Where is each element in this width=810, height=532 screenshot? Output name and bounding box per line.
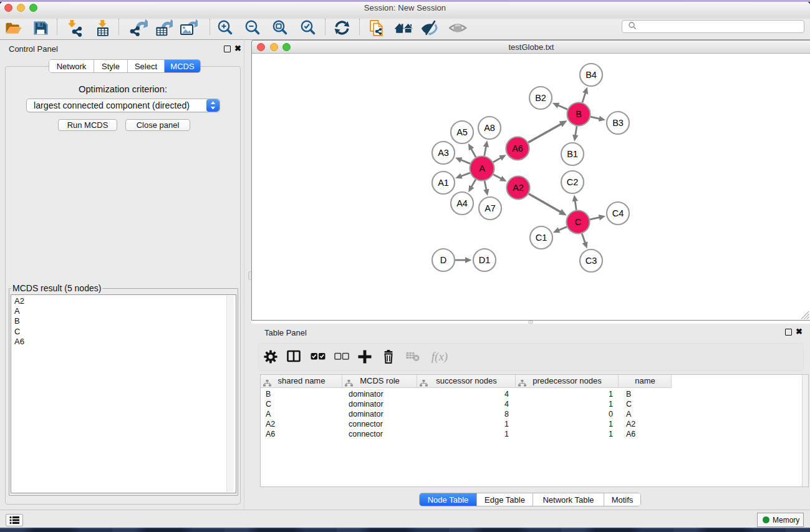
table-cell[interactable]: 8 — [417, 409, 516, 419]
graph-node-B4[interactable]: B4 — [580, 64, 602, 86]
graph-node-A7[interactable]: A7 — [479, 197, 501, 220]
column-header-successor-nodes[interactable]: successor nodes — [417, 375, 516, 387]
open-file-button[interactable] — [3, 18, 23, 37]
deselect-all-button[interactable] — [334, 349, 350, 364]
graph-edge-A-A3[interactable] — [455, 157, 470, 163]
table-cell[interactable]: A2 — [261, 419, 342, 429]
hide-selected-button[interactable] — [420, 18, 440, 37]
graph-node-C1[interactable]: C1 — [530, 226, 552, 249]
table-row-C[interactable]: Cdominator41C — [261, 399, 672, 409]
table-cell[interactable]: 1 — [516, 389, 619, 399]
graph-node-A[interactable]: A — [470, 157, 494, 181]
export-network-button[interactable] — [128, 18, 148, 37]
table-row-A2[interactable]: A2connector11A2 — [261, 419, 672, 429]
graph-edge-A-A5[interactable] — [468, 143, 476, 157]
zoom-out-button[interactable] — [243, 18, 263, 37]
tab-edge-table[interactable]: Edge Table — [477, 493, 533, 506]
graph-node-B2[interactable]: B2 — [529, 87, 552, 109]
table-cell[interactable]: 4 — [417, 399, 516, 409]
mcds-result-item[interactable]: A — [11, 306, 236, 316]
table-row-B[interactable]: Bdominator41B — [261, 389, 672, 399]
graph-edge-A-A6[interactable] — [493, 155, 506, 162]
tab-network[interactable]: Network — [49, 60, 94, 72]
table-cell[interactable]: dominator — [342, 409, 417, 419]
column-header-name[interactable]: name — [619, 375, 672, 387]
table-cell[interactable]: A2 — [619, 419, 672, 429]
zoom-selected-button[interactable] — [298, 18, 318, 37]
table-cell[interactable]: 1 — [516, 419, 619, 429]
table-cell[interactable]: A6 — [261, 429, 342, 439]
add-column-button[interactable] — [357, 349, 374, 364]
table-row-A6[interactable]: A6connector11A6 — [261, 429, 672, 439]
show-all-button[interactable] — [394, 18, 414, 37]
graph-node-C4[interactable]: C4 — [607, 202, 629, 225]
graph-node-A6[interactable]: A6 — [506, 137, 529, 160]
task-history-button[interactable] — [6, 514, 23, 526]
criterion-dropdown[interactable]: largest connected component (directed) — [26, 99, 220, 112]
table-cell[interactable]: 1 — [516, 429, 619, 439]
control-panel-float-button[interactable] — [224, 46, 231, 52]
table-cell[interactable]: A6 — [619, 429, 672, 439]
graph-edge-B-B1[interactable] — [572, 126, 578, 141]
graph-node-B1[interactable]: B1 — [561, 143, 584, 165]
table-cell[interactable]: connector — [342, 429, 417, 439]
graph-node-A3[interactable]: A3 — [432, 142, 455, 164]
table-cell[interactable]: 0 — [516, 409, 619, 419]
column-header-predecessor-nodes[interactable]: predecessor nodes — [516, 375, 619, 387]
column-header-shared-name[interactable]: shared name — [261, 375, 342, 387]
table-cell[interactable]: A — [261, 409, 342, 419]
select-all-button[interactable] — [310, 349, 326, 364]
import-table-button[interactable] — [92, 18, 112, 37]
graph-node-A4[interactable]: A4 — [451, 192, 473, 215]
graph-edge-A-A8[interactable] — [483, 140, 489, 156]
tab-motifs[interactable]: Motifs — [604, 493, 640, 506]
export-image-button[interactable] — [178, 18, 198, 37]
graph-node-A1[interactable]: A1 — [432, 172, 455, 194]
show-selected-button[interactable] — [448, 18, 468, 37]
graph-edge-C-C4[interactable] — [590, 215, 605, 220]
tab-node-table[interactable]: Node Table — [420, 493, 477, 506]
table-cell[interactable]: A — [619, 409, 672, 419]
table-cell[interactable]: dominator — [342, 399, 417, 409]
graph-node-B[interactable]: B — [567, 103, 591, 126]
table-cell[interactable]: connector — [342, 419, 417, 429]
mcds-result-item[interactable]: C — [11, 327, 236, 337]
table-panel-float-button[interactable] — [785, 329, 792, 336]
table-cell[interactable]: 1 — [417, 429, 516, 439]
control-panel-close-button[interactable]: ✖ — [234, 45, 241, 52]
close-panel-button[interactable]: Close panel — [125, 119, 190, 131]
horizontal-splitter-grip[interactable] — [528, 321, 533, 324]
graph-node-C3[interactable]: C3 — [580, 249, 602, 272]
zoom-fit-button[interactable] — [270, 18, 290, 37]
run-mcds-button[interactable]: Run MCDS — [58, 119, 117, 131]
result-list-scrollbar[interactable] — [226, 296, 234, 492]
table-cell[interactable]: 4 — [417, 389, 516, 399]
search-field[interactable] — [622, 20, 804, 33]
network-canvas[interactable]: AA6A2BCA5A8A3A1A4A7B2B4B3B1C2C4C1C3DD1 — [252, 54, 810, 320]
graph-node-A5[interactable]: A5 — [451, 121, 473, 143]
graph-node-D1[interactable]: D1 — [473, 249, 496, 271]
table-cell[interactable]: C — [261, 399, 342, 409]
graph-edge-A-A4[interactable] — [468, 180, 476, 192]
table-row-A[interactable]: Adominator80A — [261, 409, 672, 419]
graph-edge-A-A1[interactable] — [455, 173, 470, 178]
mcds-result-item[interactable]: A2 — [11, 295, 236, 306]
graph-node-D[interactable]: D — [432, 249, 455, 271]
graph-edge-D-D1[interactable] — [455, 257, 472, 263]
table-cell[interactable]: dominator — [342, 389, 417, 399]
split-view-button[interactable] — [286, 349, 302, 364]
memory-button[interactable]: Memory — [757, 513, 804, 527]
graph-edge-B-B3[interactable] — [591, 116, 605, 122]
graph-edge-C-C1[interactable] — [553, 227, 567, 233]
search-input[interactable] — [637, 22, 804, 31]
table-scrollbar[interactable] — [802, 375, 808, 486]
table-cell[interactable]: 1 — [516, 399, 619, 409]
graph-node-B3[interactable]: B3 — [607, 112, 629, 134]
graph-edge-C-C2[interactable] — [572, 195, 578, 210]
tab-mcds[interactable]: MCDS — [165, 60, 200, 72]
graph-edge-A-A7[interactable] — [483, 181, 489, 196]
table-cell[interactable]: 1 — [417, 419, 516, 429]
graph-edge-A2-C[interactable] — [529, 194, 567, 216]
graph-node-C[interactable]: C — [567, 211, 590, 234]
mcds-result-item[interactable]: A6 — [11, 337, 236, 347]
